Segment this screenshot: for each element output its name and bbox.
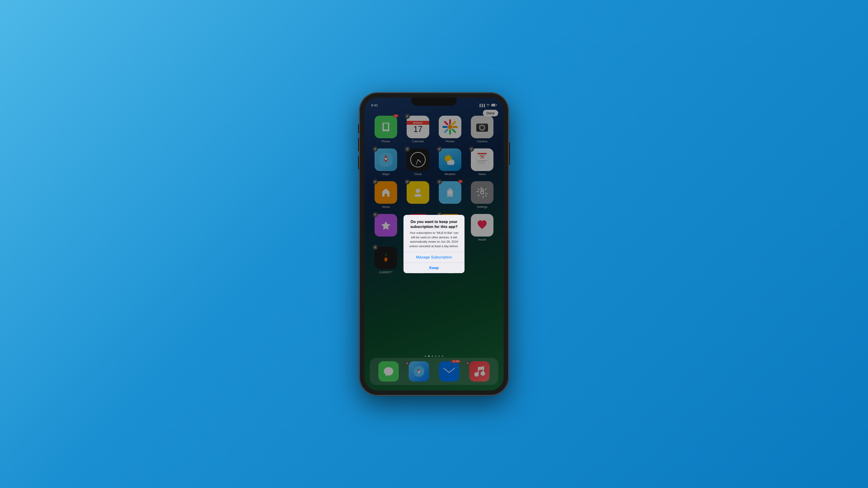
keep-button[interactable]: Keep	[403, 263, 465, 273]
alert-dialog: Do you want to keep your subscription fo…	[403, 215, 465, 273]
alert-content: Do you want to keep your subscription fo…	[403, 215, 465, 252]
phone-body: 9:41 ▐▐▐	[360, 93, 508, 395]
phone-screen: 9:41 ▐▐▐	[364, 98, 504, 390]
manage-subscription-button[interactable]: Manage Subscription	[403, 252, 465, 263]
alert-overlay: Do you want to keep your subscription fo…	[364, 98, 504, 390]
phone-container: 9:41 ▐▐▐	[360, 93, 508, 395]
power-button	[508, 142, 510, 165]
alert-message: Your subscription to "MLB At Bat" can st…	[407, 231, 461, 248]
alert-title: Do you want to keep your subscription fo…	[407, 219, 461, 229]
